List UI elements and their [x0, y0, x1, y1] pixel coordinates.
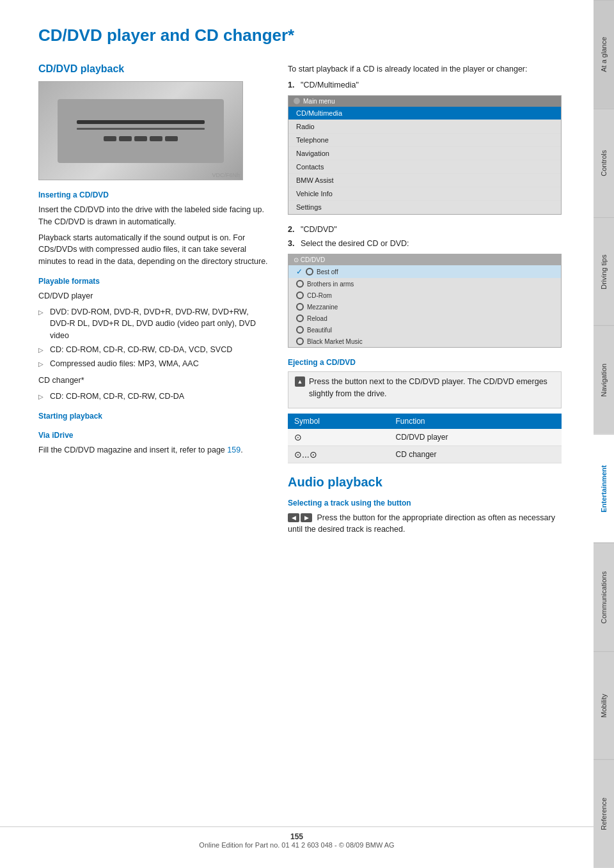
- starting-playback-heading: Starting playback: [38, 410, 269, 422]
- symbol-cell-1: ⊙: [288, 429, 390, 446]
- table-header-function: Function: [390, 414, 562, 429]
- step-3: 3. Select the desired CD or DVD:: [288, 238, 562, 250]
- sidebar-tab-driving-tips[interactable]: Driving tips: [594, 217, 614, 326]
- steps-list: 1. "CD/Multimedia": [288, 79, 562, 91]
- section-heading-cddvd-playback: CD/DVD playback: [38, 63, 269, 75]
- menu-item-radio: Radio: [288, 120, 561, 134]
- function-cell-2: CD changer: [390, 446, 562, 463]
- step-1: 1. "CD/Multimedia": [288, 79, 562, 91]
- cd-item-beautiful: Beautiful: [288, 324, 561, 336]
- cd-item-reload: Reload: [288, 313, 561, 324]
- menu-item-bmw-assist: BMW Assist: [288, 174, 561, 187]
- format-cd: CD: CD-ROM, CD-R, CD-RW, CD-DA, VCD, SVC…: [38, 344, 269, 356]
- main-menu-screen: Main menu CD/Multimedia Radio Telephone …: [288, 95, 562, 215]
- function-cell-1: CD/DVD player: [390, 429, 562, 446]
- sidebar-tab-controls[interactable]: Controls: [594, 109, 614, 217]
- next-button-icon: ▶: [301, 513, 312, 522]
- cd-item-cdrom: CD-Rom: [288, 290, 561, 301]
- cd-dvd-screen: ⊙ CD/DVD ✓ Best off Brothers in arms: [288, 254, 562, 348]
- cd-item-brothers: Brothers in arms: [288, 278, 561, 290]
- page-title: CD/DVD player and CD changer*: [38, 26, 562, 45]
- ejecting-text: Press the button next to the CD/DVD play…: [309, 376, 555, 400]
- inserting-heading: Inserting a CD/DVD: [38, 189, 269, 201]
- cd-screen-title-bar: ⊙ CD/DVD: [288, 254, 561, 265]
- page-number: 155: [290, 832, 303, 841]
- menu-item-vehicle-info: Vehicle Info: [288, 187, 561, 201]
- menu-item-navigation: Navigation: [288, 147, 561, 160]
- formats-list: DVD: DVD-ROM, DVD-R, DVD+R, DVD-RW, DVD+…: [38, 306, 269, 370]
- formats-cdchanger-label: CD changer*: [38, 375, 269, 387]
- step-2: 2. "CD/DVD": [288, 224, 562, 236]
- footer-text: Online Edition for Part no. 01 41 2 603 …: [199, 841, 394, 849]
- sidebar-tab-mobility[interactable]: Mobility: [594, 651, 614, 760]
- menu-item-settings: Settings: [288, 201, 561, 214]
- table-row: ⊙...⊙ CD changer: [288, 446, 562, 463]
- main-menu-title-bar: Main menu: [288, 96, 561, 107]
- inserting-text2: Playback starts automatically if the sou…: [38, 232, 269, 268]
- inserting-text1: Insert the CD/DVD into the drive with th…: [38, 204, 269, 228]
- via-idrive-text: Fill the CD/DVD magazine and insert it, …: [38, 444, 269, 456]
- cd-item-black-market: Black Market Music: [288, 336, 561, 347]
- formats-cddvd-label: CD/DVD player: [38, 290, 269, 302]
- symbol-cell-2: ⊙...⊙: [288, 446, 390, 463]
- formats-cdchanger-list: CD: CD-ROM, CD-R, CD-RW, CD-DA: [38, 391, 269, 403]
- via-idrive-heading: Via iDrive: [38, 430, 269, 441]
- prev-button-icon: ◀: [288, 513, 299, 522]
- nav-buttons: ◀ ▶: [288, 513, 312, 522]
- cd-item-mezzanine: Mezzanine: [288, 301, 561, 313]
- format-dvd: DVD: DVD-ROM, DVD-R, DVD+R, DVD-RW, DVD+…: [38, 306, 269, 342]
- footer: 155 Online Edition for Part no. 01 41 2 …: [0, 826, 594, 849]
- menu-item-contacts: Contacts: [288, 160, 561, 174]
- format-cdchanger-cd: CD: CD-ROM, CD-R, CD-RW, CD-DA: [38, 391, 269, 403]
- intro-text: To start playback if a CD is already loc…: [288, 63, 562, 75]
- sidebar-tab-navigation[interactable]: Navigation: [594, 325, 614, 434]
- formats-heading: Playable formats: [38, 275, 269, 287]
- cd-item-best-off: ✓ Best off: [288, 265, 561, 278]
- eject-icon: ▲: [295, 376, 305, 387]
- sidebar-tab-communications[interactable]: Communications: [594, 543, 614, 651]
- menu-item-telephone: Telephone: [288, 134, 561, 147]
- sidebar-tab-reference[interactable]: Reference: [594, 759, 614, 868]
- format-compressed: Compressed audio files: MP3, WMA, AAC: [38, 358, 269, 370]
- sidebar-tabs: At a glance Controls Driving tips Naviga…: [594, 0, 614, 868]
- table-header-symbol: Symbol: [288, 414, 390, 429]
- steps-list-2: 2. "CD/DVD" 3. Select the desired CD or …: [288, 224, 562, 251]
- menu-item-cd-multimedia: CD/Multimedia: [288, 107, 561, 120]
- ejecting-heading: Ejecting a CD/DVD: [288, 357, 562, 368]
- main-menu-items: CD/Multimedia Radio Telephone Navigation…: [288, 107, 561, 214]
- ejecting-note: ▲ Press the button next to the CD/DVD pl…: [288, 371, 562, 408]
- device-image: VDC/F6Nh: [38, 81, 243, 180]
- symbol-table: Symbol Function ⊙ CD/DVD player: [288, 414, 562, 463]
- via-idrive-link[interactable]: 159: [227, 446, 240, 454]
- table-row: ⊙ CD/DVD player: [288, 429, 562, 446]
- sidebar-tab-at-a-glance[interactable]: At a glance: [594, 0, 614, 109]
- audio-playback-heading: Audio playback: [288, 475, 562, 490]
- selecting-track-heading: Selecting a track using the button: [288, 497, 562, 509]
- sidebar-tab-entertainment[interactable]: Entertainment: [594, 434, 614, 543]
- selecting-track-text: ◀ ▶ Press the button for the appropriate…: [288, 512, 562, 536]
